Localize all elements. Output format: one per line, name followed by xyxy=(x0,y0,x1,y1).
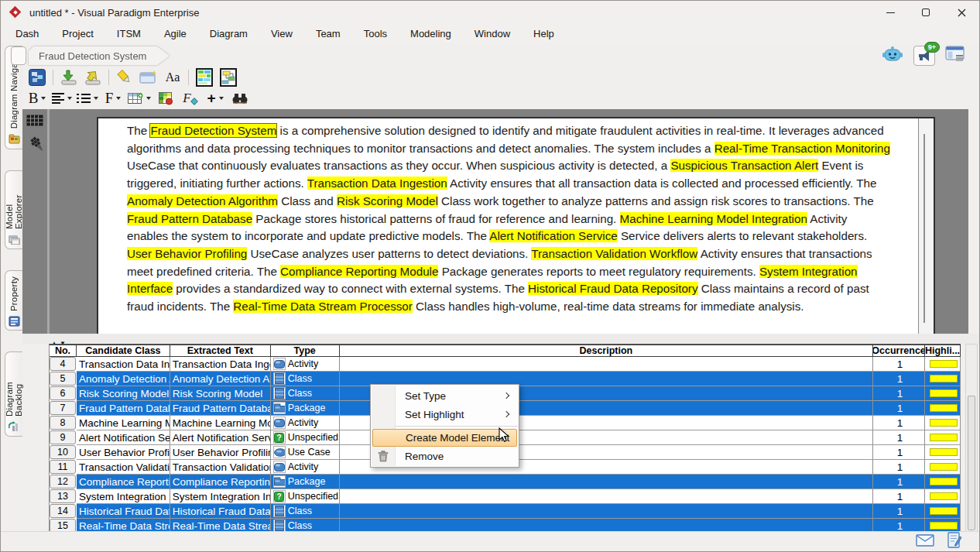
row-number-cell[interactable]: 12 xyxy=(50,475,76,489)
tab-stub[interactable] xyxy=(11,46,26,65)
alignment-button[interactable] xyxy=(52,89,72,108)
bold-button[interactable]: B xyxy=(27,89,47,108)
menu-item-agile[interactable]: Agile xyxy=(152,26,198,42)
close-button[interactable] xyxy=(944,1,979,24)
scrollbar-thumb[interactable] xyxy=(923,134,925,323)
highlighted-term: Machine Learning Model Integration xyxy=(620,212,807,225)
menu-item-tools[interactable]: Tools xyxy=(352,26,399,42)
row-number-cell[interactable]: 4 xyxy=(50,357,76,371)
announcement-icon[interactable]: 9+ xyxy=(913,46,935,66)
sidebar-tab-property[interactable]: Property xyxy=(5,270,22,331)
highlight-color-swatch xyxy=(930,375,958,382)
menu-item-team[interactable]: Team xyxy=(304,26,352,42)
table-scrollbar-thumb[interactable] xyxy=(968,396,975,530)
column-header-occurrence[interactable]: Occurrence xyxy=(873,345,925,357)
app-window: untitled * - Visual Paradigm Enterprise … xyxy=(0,0,980,552)
menu-item-dash[interactable]: Dash xyxy=(4,26,50,42)
row-number-cell[interactable]: 5 xyxy=(50,372,76,386)
class-icon xyxy=(273,505,286,517)
menu-item-view[interactable]: View xyxy=(259,26,304,42)
diagram-tab-label: Fraud Detection System xyxy=(29,50,146,62)
menu-item-modeling[interactable]: Modeling xyxy=(399,26,463,42)
diagram-tab[interactable]: Fraud Detection System xyxy=(29,46,170,65)
occurrence-cell: 1 xyxy=(873,372,925,386)
new-window-button[interactable] xyxy=(139,68,159,87)
format-copier-button[interactable]: F xyxy=(180,89,200,108)
table-scrollbar[interactable] xyxy=(965,344,978,533)
menu-item-itsm[interactable]: ITSM xyxy=(105,26,152,42)
row-number-cell[interactable]: 11 xyxy=(50,460,76,474)
find-button[interactable] xyxy=(230,89,250,108)
notes-button[interactable] xyxy=(947,532,962,551)
table-icon xyxy=(128,93,143,105)
font-style-button[interactable]: F xyxy=(103,89,123,108)
row-number-cell[interactable]: 14 xyxy=(50,504,76,518)
highlight-color-cell xyxy=(925,445,961,460)
menu-item-help[interactable]: Help xyxy=(522,26,566,42)
context-menu-item-create-model-element[interactable]: Create Model Element xyxy=(372,429,517,447)
layout-preview-button[interactable] xyxy=(218,68,238,87)
menu-item-diagram[interactable]: Diagram xyxy=(198,26,259,42)
context-menu-item-set-type[interactable]: Set Type xyxy=(371,386,519,405)
occurrence-value: 1 xyxy=(897,432,903,444)
row-number-cell[interactable]: 8 xyxy=(50,416,76,430)
add-element-button[interactable]: + xyxy=(205,89,225,108)
highlight-color-swatch xyxy=(930,360,958,368)
column-header-description[interactable]: Description xyxy=(340,345,873,357)
new-window-icon xyxy=(139,70,158,85)
document-text-run: UseCase analyzes user patterns to detect… xyxy=(247,247,531,260)
sidebar-tab-model-explorer[interactable]: Model Explorer xyxy=(5,170,22,249)
workspace-panels-icon[interactable] xyxy=(945,46,965,66)
menu-item-project[interactable]: Project xyxy=(50,26,105,42)
document-scrollbar[interactable] xyxy=(918,118,934,334)
header-icons: 9+ xyxy=(882,44,965,67)
highlight-color-cell xyxy=(925,430,961,445)
type-label: Package xyxy=(288,476,326,487)
document-text-run: Service delivers alerts to relevant stak… xyxy=(618,229,867,242)
highlight-color-cell xyxy=(925,372,961,386)
maximize-button[interactable] xyxy=(908,1,944,24)
insert-table-button[interactable] xyxy=(128,89,151,108)
column-header-no[interactable]: No. xyxy=(50,345,77,357)
open-diagram-button[interactable] xyxy=(27,68,47,87)
table-row[interactable]: 14Historical Fraud Data RepositoryHistor… xyxy=(50,504,961,519)
sidebar-tab-diagram-backlog[interactable]: Diagram Backlog xyxy=(5,351,22,437)
import-button[interactable] xyxy=(59,68,79,87)
fill-color-button[interactable] xyxy=(156,89,176,108)
row-number-cell[interactable]: 7 xyxy=(50,401,76,415)
context-menu-item-remove[interactable]: Remove xyxy=(371,447,519,465)
table-row[interactable]: 13System Integration InterfaceSystem Int… xyxy=(50,489,961,504)
panel-splitter: ▲▼ xyxy=(22,334,979,344)
package-icon xyxy=(273,475,286,488)
minimize-button[interactable] xyxy=(872,1,908,24)
document-text[interactable]: The Fraud Detection System is a comprehe… xyxy=(98,118,918,334)
message-button[interactable] xyxy=(916,534,934,550)
color-palette-icon xyxy=(159,92,173,105)
column-header-highli[interactable]: Highli... xyxy=(925,345,961,357)
table-row[interactable]: 4Transaction Data IngestionTransaction D… xyxy=(50,357,961,372)
export-button[interactable] xyxy=(83,68,103,87)
font-button[interactable]: Aa xyxy=(163,68,183,87)
sidebar-tab-label: Model Explorer xyxy=(5,177,23,229)
list-button[interactable] xyxy=(77,89,98,108)
diagram-overview-button[interactable] xyxy=(194,68,214,87)
assistant-robot-icon[interactable] xyxy=(882,44,903,67)
layout-preview-icon xyxy=(219,67,238,87)
row-number-cell[interactable]: 10 xyxy=(50,445,76,459)
brush-tool-icon[interactable] xyxy=(29,135,45,157)
context-menu-item-set-highlight[interactable]: Set Highlight xyxy=(371,405,519,423)
menu-item-window[interactable]: Window xyxy=(463,26,522,42)
row-number-cell[interactable]: 13 xyxy=(50,489,76,503)
column-header-extracted-text[interactable]: Extracted Text xyxy=(170,345,271,357)
column-header-candidate-class[interactable]: Candidate Class xyxy=(77,345,170,357)
column-header-type[interactable]: Type xyxy=(271,345,340,357)
highlighter-button[interactable] xyxy=(115,68,135,87)
extracted-text-cell: Transaction Validation Workflow xyxy=(170,460,271,475)
row-number-cell[interactable]: 9 xyxy=(50,430,76,444)
import-icon xyxy=(60,69,78,86)
highlight-color-swatch xyxy=(930,507,958,515)
row-number-cell[interactable]: 6 xyxy=(50,386,76,400)
unspecified-icon: ? xyxy=(273,490,286,502)
table-row[interactable]: 12Compliance Reporting ModuleCompliance … xyxy=(50,475,961,489)
grid-tool-icon[interactable] xyxy=(26,115,43,129)
